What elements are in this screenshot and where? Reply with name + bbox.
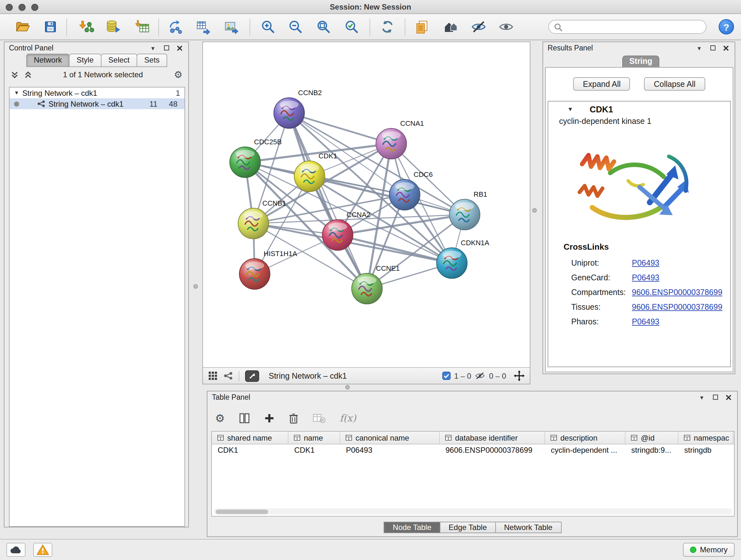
show-items-button[interactable] bbox=[497, 18, 515, 36]
clone-network-button[interactable] bbox=[194, 18, 212, 36]
table-settings-gear-button[interactable]: ⚙ bbox=[215, 413, 225, 424]
zoom-fit-button[interactable] bbox=[315, 18, 333, 36]
zoom-selected-button[interactable] bbox=[343, 18, 360, 36]
network-edge-CCNB2-CCNE1[interactable] bbox=[289, 113, 367, 289]
delete-column-button[interactable] bbox=[289, 413, 299, 424]
network-canvas[interactable]: CCNB2CCNA1CDC25BCDK1CDC6RB1CCNB1CCNA2CDK… bbox=[203, 42, 531, 367]
tab-select[interactable]: Select bbox=[100, 54, 137, 67]
table-cell[interactable]: stringdb bbox=[678, 444, 733, 456]
panel-float-button[interactable] bbox=[709, 44, 717, 52]
search-box bbox=[548, 20, 706, 34]
panel-close-button[interactable] bbox=[176, 44, 184, 52]
crosslink-value-link[interactable]: 9606.ENSP00000378699 bbox=[632, 288, 723, 297]
cloud-status-button[interactable] bbox=[6, 543, 25, 557]
hidden-nodes-edges-count: 0 – 0 bbox=[489, 371, 506, 380]
import-network-from-file-button[interactable] bbox=[78, 18, 96, 36]
table-cell[interactable]: CDK1 bbox=[212, 444, 288, 456]
zoom-in-button[interactable] bbox=[259, 18, 277, 36]
column-header-icon bbox=[550, 434, 557, 441]
table-row[interactable]: CDK1CDK1P064939606.ENSP00000378699cyclin… bbox=[212, 444, 734, 456]
column-header-description[interactable]: description bbox=[545, 432, 625, 444]
collapse-all-button[interactable]: Collapse All bbox=[644, 77, 705, 91]
float-icon bbox=[710, 45, 715, 51]
collapse-section-icon[interactable]: ▼ bbox=[567, 106, 573, 112]
show-columns-button[interactable] bbox=[239, 413, 251, 424]
column-header-database-identifier[interactable]: database identifier bbox=[440, 432, 545, 444]
network-options-gear-button[interactable]: ⚙ bbox=[174, 70, 183, 79]
network-row[interactable]: String Network – cdk1 11 48 bbox=[10, 98, 185, 109]
diagonal-arrow-icon bbox=[248, 372, 256, 380]
table-cell[interactable]: cyclin-dependent ... bbox=[545, 444, 625, 456]
crosslink-label: Pharos: bbox=[571, 317, 632, 326]
column-header-canonical-name[interactable]: canonical name bbox=[340, 432, 440, 444]
panel-close-button[interactable] bbox=[722, 44, 730, 52]
export-image-button[interactable] bbox=[222, 18, 240, 36]
table-cell[interactable]: P06493 bbox=[340, 444, 440, 456]
crosslink-value-link[interactable]: P06493 bbox=[632, 258, 659, 267]
panel-float-button[interactable] bbox=[162, 44, 171, 52]
tab-edge-table[interactable]: Edge Table bbox=[440, 522, 496, 533]
crosslink-value-link[interactable]: 9606.ENSP00000378699 bbox=[632, 302, 723, 311]
splitter-handle-right[interactable] bbox=[532, 208, 537, 212]
crosslinks-title: CrossLinks bbox=[563, 242, 730, 252]
column-header-name[interactable]: name bbox=[288, 432, 340, 444]
table-cell[interactable]: stringdb:9... bbox=[625, 444, 678, 456]
duplicate-document-button[interactable] bbox=[413, 18, 431, 36]
refresh-view-button[interactable] bbox=[379, 18, 396, 36]
new-network-button[interactable] bbox=[166, 18, 185, 36]
crosslink-value-link[interactable]: P06493 bbox=[632, 273, 659, 282]
results-panel-header: Results Panel ▾ bbox=[543, 42, 735, 54]
table-cell[interactable]: 9606.ENSP00000378699 bbox=[440, 444, 545, 456]
column-header-@id[interactable]: @id bbox=[625, 432, 678, 444]
search-input[interactable] bbox=[565, 22, 701, 31]
pan-mode-button[interactable] bbox=[514, 370, 525, 381]
column-header-shared-name[interactable]: shared name bbox=[212, 432, 288, 444]
crosslink-value-link[interactable]: P06493 bbox=[632, 317, 659, 326]
network-collection-row[interactable]: ▼ String Network – cdk1 1 bbox=[10, 87, 185, 98]
delete-table-button-disabled[interactable] bbox=[313, 413, 326, 423]
node-gloss-highlight bbox=[245, 261, 264, 269]
splitter-handle-bottom[interactable] bbox=[345, 385, 350, 389]
memory-button[interactable]: Memory bbox=[683, 543, 735, 557]
annotation-mode-button[interactable] bbox=[245, 370, 259, 381]
tab-string[interactable]: String bbox=[622, 56, 659, 67]
birdseye-view-button[interactable] bbox=[208, 371, 218, 381]
network-overview-button[interactable] bbox=[223, 371, 233, 381]
panel-menu-button[interactable]: ▾ bbox=[695, 44, 703, 52]
panel-menu-button[interactable]: ▾ bbox=[149, 44, 157, 52]
open-session-button[interactable] bbox=[13, 18, 31, 36]
selected-checkbox-icon bbox=[442, 372, 450, 380]
column-header-namespac[interactable]: namespac bbox=[678, 432, 733, 444]
collapse-all-networks-button[interactable] bbox=[23, 71, 32, 79]
import-table-from-file-button[interactable] bbox=[133, 18, 151, 36]
node-count: 11 bbox=[149, 99, 157, 108]
tab-sets[interactable]: Sets bbox=[137, 54, 167, 67]
gene-section-header[interactable]: ▼ CDK1 bbox=[548, 102, 730, 117]
network-edge-CCNB2-CCNA1[interactable] bbox=[289, 113, 391, 144]
splitter-handle-left[interactable] bbox=[193, 284, 198, 289]
hide-items-button[interactable] bbox=[470, 18, 488, 36]
zoom-out-button[interactable] bbox=[286, 18, 305, 36]
home-button[interactable] bbox=[442, 18, 460, 36]
tab-network[interactable]: Network bbox=[26, 54, 70, 67]
tab-node-table[interactable]: Node Table bbox=[384, 522, 441, 533]
panel-close-button[interactable] bbox=[724, 393, 733, 401]
table-cell[interactable]: CDK1 bbox=[288, 444, 340, 456]
tab-style[interactable]: Style bbox=[69, 54, 101, 67]
collection-network-count: 1 bbox=[176, 88, 180, 98]
tab-network-table[interactable]: Network Table bbox=[495, 522, 562, 533]
panel-float-button[interactable] bbox=[711, 393, 719, 401]
tree-expand-icon[interactable]: ▼ bbox=[14, 90, 19, 96]
expand-all-button[interactable]: Expand All bbox=[574, 77, 630, 91]
save-session-button[interactable] bbox=[42, 18, 59, 36]
help-button[interactable]: ? bbox=[719, 19, 734, 35]
function-builder-button[interactable]: f(x) bbox=[340, 413, 356, 424]
scrollbar-thumb[interactable] bbox=[216, 509, 268, 514]
table-horizontal-scrollbar[interactable] bbox=[214, 508, 732, 515]
create-column-button[interactable] bbox=[265, 413, 275, 423]
warnings-button[interactable] bbox=[33, 543, 52, 557]
expand-all-networks-button[interactable] bbox=[10, 71, 18, 79]
zoom-out-icon bbox=[288, 19, 303, 35]
import-network-from-database-button[interactable] bbox=[104, 18, 122, 36]
panel-menu-button[interactable]: ▾ bbox=[697, 393, 706, 401]
